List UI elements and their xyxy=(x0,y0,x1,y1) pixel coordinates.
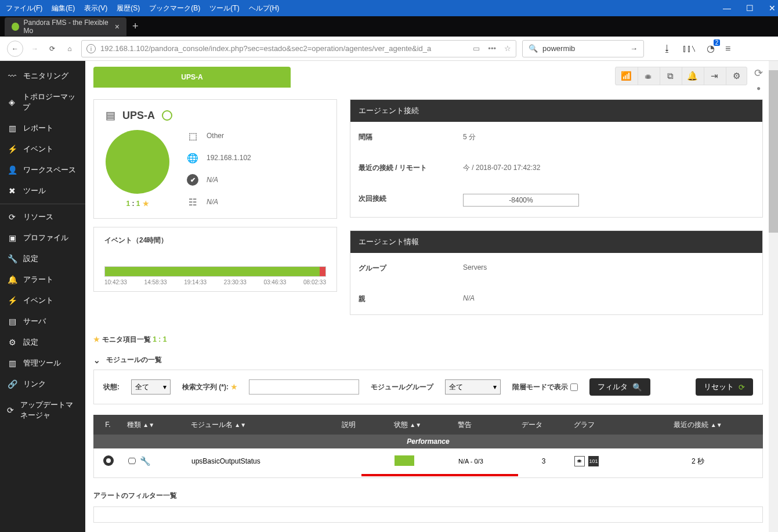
col-type[interactable]: 種類 ▲▼ xyxy=(122,420,186,430)
mgroup-select[interactable]: 全て▾ xyxy=(445,379,501,395)
sidebar-item-links[interactable]: 🔗リンク xyxy=(0,374,85,395)
agent-refresh-icon[interactable] xyxy=(162,110,172,121)
nav-home-button[interactable]: ⌂ xyxy=(64,45,75,53)
col-data[interactable]: データ xyxy=(517,420,569,430)
status-select[interactable]: 全て▾ xyxy=(131,379,171,395)
reset-button[interactable]: リセット⟳ xyxy=(696,378,753,396)
library-icon[interactable]: ⫿⫿⧵ xyxy=(682,44,696,54)
col-graph[interactable]: グラフ xyxy=(569,420,633,430)
nav-forward-button[interactable]: → xyxy=(29,45,41,53)
col-module[interactable]: モジュール名 ▲▼ xyxy=(186,420,337,430)
menu-edit[interactable]: 編集(E) xyxy=(48,1,78,16)
wifi-icon[interactable]: 📶 xyxy=(616,67,636,85)
url-bar[interactable]: i 192.168.1.102/pandora_console/index.ph… xyxy=(81,40,516,57)
last-contact-label: 最近の接続 / リモート xyxy=(359,163,463,173)
settings-gear-icon[interactable]: ⚙ xyxy=(726,67,747,85)
downloads-icon[interactable]: ⭳ xyxy=(663,44,672,54)
bookmark-star-icon[interactable]: ☆ xyxy=(504,44,511,53)
sidebar-item-tools[interactable]: ✖ツール xyxy=(0,180,85,201)
cube-icon: ⬚ xyxy=(187,130,198,142)
sidebar-item-servers[interactable]: ▤サーバ xyxy=(0,311,85,332)
sidebar-item-label: モニタリング xyxy=(23,71,68,81)
app-menu-icon[interactable]: ≡ xyxy=(725,44,730,54)
tab-close-icon[interactable]: × xyxy=(115,22,120,31)
col-status[interactable]: 状態 ▲▼ xyxy=(389,420,453,430)
sidebar-item-settings[interactable]: ⚙設定 xyxy=(0,332,85,353)
sidebar-item-workspace[interactable]: 👤ワークスペース xyxy=(0,160,85,180)
page-tab-active[interactable]: UPS-A xyxy=(93,67,291,88)
agent-desc: N/A xyxy=(207,198,218,206)
chevron-down-icon: ▾ xyxy=(163,383,167,391)
menu-view[interactable]: 表示(V) xyxy=(81,1,111,16)
screen-icon[interactable]: 🖵 xyxy=(128,456,136,466)
search-go-icon[interactable]: → xyxy=(630,44,638,53)
sidebar-item-label: アップデートマネージャ xyxy=(20,400,78,421)
module-name[interactable]: upsBasicOutputStatus xyxy=(187,457,338,465)
next-contact-label: 次回接続 xyxy=(359,194,463,207)
refresh-icon[interactable]: ⟳ xyxy=(754,67,763,79)
col-last[interactable]: 最近の接続 ▲▼ xyxy=(633,420,763,430)
raw-data-icon[interactable]: 101 xyxy=(588,456,599,466)
favicon-icon xyxy=(12,23,19,31)
menu-bookmarks[interactable]: ブックマーク(B) xyxy=(146,1,204,16)
sidebar-item-profile[interactable]: ▣プロファイル xyxy=(0,227,85,248)
sidebar-item-events2[interactable]: ⚡イベント xyxy=(0,290,85,311)
sidebar-item-admin[interactable]: ▥管理ツール xyxy=(0,353,85,374)
menu-history[interactable]: 履歴(S) xyxy=(113,1,143,16)
sidebar-item-config[interactable]: 🔧設定 xyxy=(0,248,85,269)
new-tab-button[interactable]: + xyxy=(132,20,139,32)
scrollbar-thumb[interactable] xyxy=(769,70,778,233)
browser-tab[interactable]: Pandora FMS - the Flexible Mo × xyxy=(5,17,126,36)
window-close-icon[interactable]: ✕ xyxy=(769,3,776,13)
sidebar-item-update[interactable]: ⟳アップデートマネージャ xyxy=(0,395,85,426)
chevron-down-icon: ▾ xyxy=(493,383,497,391)
last-contact-value: 今 / 2018-07-20 17:42:32 xyxy=(463,163,540,173)
view-toolbar: 📶 ⩩ ⧉ 🔔 ⇥ ⚙ xyxy=(615,67,747,85)
chart-icon[interactable]: ⩩ xyxy=(638,67,658,85)
menu-tools[interactable]: ツール(T) xyxy=(206,1,243,16)
search-filter-input[interactable] xyxy=(249,379,359,395)
collapse-icon[interactable]: ⧉ xyxy=(660,67,681,85)
events-card: イベント（24時間） 10:42:33 14:58:33 19:14:33 23… xyxy=(93,227,337,292)
col-desc[interactable]: 説明 xyxy=(337,420,389,430)
status-filter-label: 状態: xyxy=(103,382,120,392)
window-minimize-icon[interactable]: — xyxy=(723,3,731,13)
main-content: UPS-A 📶 ⩩ ⧉ 🔔 ⇥ ⚙ ⟳ ● ▤ UPS-A xyxy=(85,61,778,532)
record-icon[interactable]: ● xyxy=(757,84,761,92)
col-flag[interactable]: F. xyxy=(93,421,122,429)
hierarchy-checkbox[interactable] xyxy=(570,383,578,391)
nav-back-button[interactable]: ← xyxy=(7,41,23,57)
sidebar-item-events[interactable]: ⚡イベント xyxy=(0,139,85,160)
sidebar-item-monitoring[interactable]: 〰モニタリング xyxy=(0,66,85,86)
search-bar[interactable]: 🔍 powermib → xyxy=(522,40,644,57)
sidebar-item-reports[interactable]: ▥レポート xyxy=(0,118,85,139)
menu-file[interactable]: ファイル(F) xyxy=(2,1,46,16)
time-label: 10:42:33 xyxy=(104,279,127,285)
window-maximize-icon[interactable]: ☐ xyxy=(746,3,754,13)
nav-reload-button[interactable]: ⟳ xyxy=(46,45,58,53)
reader-mode-icon[interactable]: ▭ xyxy=(473,44,480,53)
alert-bell-icon[interactable]: 🔔 xyxy=(682,67,703,85)
module-list-toggle[interactable]: ⌄ モジュールの一覧 xyxy=(93,355,763,365)
hierarchy-checkbox-label: 階層モードで表示 xyxy=(512,382,578,392)
wrench-icon[interactable]: 🔧 xyxy=(140,456,151,466)
sidebar-item-resources[interactable]: ⟳リソース xyxy=(0,207,85,227)
export-icon[interactable]: ⇥ xyxy=(704,67,725,85)
page-actions-icon[interactable]: ••• xyxy=(488,44,496,53)
sidebar-item-topology[interactable]: ◈トポロジーマップ xyxy=(0,86,85,118)
filter-button[interactable]: フィルタ🔍 xyxy=(589,378,650,396)
graph-icon[interactable]: ⩩ xyxy=(574,456,585,466)
sidebar-item-alerts[interactable]: 🔔アラート xyxy=(0,269,85,290)
agent-summary-card: ▤ UPS-A 1 : 1★ ⬚Other 🌐1 xyxy=(93,99,337,219)
menu-help[interactable]: ヘルプ(H) xyxy=(245,1,283,16)
site-info-icon[interactable]: i xyxy=(86,44,96,53)
url-text: 192.168.1.102/pandora_console/index.php?… xyxy=(100,44,468,53)
data-value: 3 xyxy=(518,457,570,465)
user-icon: 👤 xyxy=(7,165,17,175)
sidebar-item-label: トポロジーマップ xyxy=(23,92,78,113)
events-time-labels: 10:42:33 14:58:33 19:14:33 23:30:33 03:4… xyxy=(104,279,326,285)
flag-indicator-icon[interactable] xyxy=(103,455,114,466)
events-header: イベント（24時間） xyxy=(104,236,326,245)
col-warn[interactable]: 警告 xyxy=(453,420,517,430)
globe-icon: 🌐 xyxy=(187,152,198,164)
